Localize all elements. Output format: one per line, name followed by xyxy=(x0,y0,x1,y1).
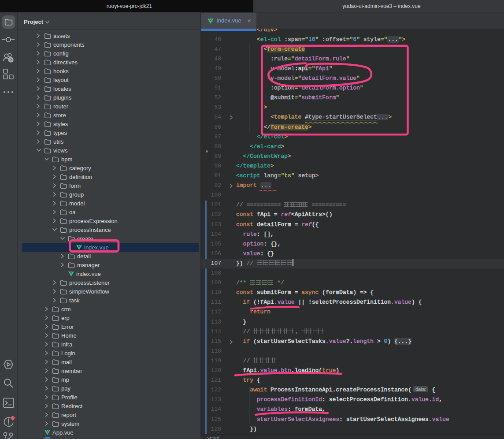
svg-text:?: ? xyxy=(10,58,12,62)
